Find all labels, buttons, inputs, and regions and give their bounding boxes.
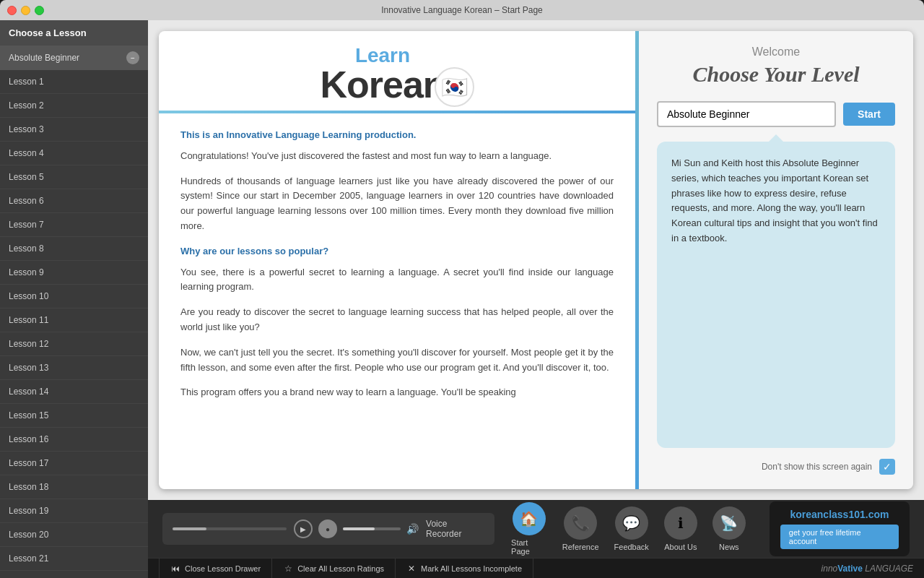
sidebar: Choose a Lesson Absolute Beginner − Less… [0,20,148,578]
news-label: News [719,543,739,551]
recorder-label: Voice Recorder [426,519,484,539]
clear-ratings-label: Clear All Lesson Ratings [297,564,384,573]
intro-bold: This is an Innovative Language Learning … [180,128,614,143]
maximize-button[interactable] [35,6,44,15]
close-button[interactable] [7,6,17,15]
level-select-dropdown[interactable]: Absolute BeginnerBeginnerIntermediateUpp… [657,101,836,127]
mark-all-button[interactable]: ✕ Mark All Lessons Incomplete [396,558,533,579]
sidebar-lesson-item[interactable]: Lesson 21 [0,547,148,571]
nav-icons: 🏠Start Page📞Reference💬FeedbackℹAbout Us📡… [505,499,751,559]
right-panel: Welcome Choose Your Level Absolute Begin… [639,31,913,489]
description-bubble: Mi Sun and Keith host this Absolute Begi… [657,142,895,448]
why-bold: Why are our lessons so popular? [180,244,614,259]
main-area: Learn Korean 🇰🇷 This is an Innovative La… [148,20,924,578]
start-button[interactable]: Start [843,103,895,126]
sidebar-lesson-item[interactable]: Lesson 3 [0,118,148,142]
sidebar-collapse-button[interactable]: − [126,51,139,64]
sidebar-lesson-item[interactable]: Lesson 11 [0,309,148,332]
korean-flag-icon: 🇰🇷 [435,67,474,107]
dont-show-row: Don't show this screen again ✓ [657,459,895,475]
sidebar-lesson-item[interactable]: Lesson 10 [0,285,148,309]
para3-2: Are you ready to discover the secret to … [180,305,614,335]
sidebar-lesson-item[interactable]: Lesson 19 [0,499,148,523]
sidebar-lesson-item[interactable]: Lesson 8 [0,237,148,261]
window-title: Innovative Language Korean – Start Page [381,5,543,15]
para4: Now, we can't just tell you the secret. … [180,345,614,376]
sidebar-lesson-item[interactable]: Lesson 1 [0,70,148,94]
start-page-icon: 🏠 [513,502,546,535]
sidebar-lesson-list: Lesson 1Lesson 2Lesson 3Lesson 4Lesson 5… [0,70,148,578]
sidebar-lesson-item[interactable]: Lesson 15 [0,404,148,428]
nav-icon-start-page[interactable]: 🏠Start Page [505,499,553,559]
sidebar-level-row: Absolute Beginner − [0,46,148,70]
voice-recorder: 🔊 Voice Recorder [162,513,494,545]
recorder-controls: 🔊 [294,519,419,538]
sidebar-lesson-item[interactable]: Lesson 14 [0,380,148,404]
sidebar-lesson-item[interactable]: Lesson 7 [0,213,148,237]
close-drawer-label: Close Lesson Drawer [185,564,261,573]
footer-brand: innoVative LANGUAGE [821,564,913,574]
footer-bar: ⏮ Close Lesson Drawer ☆ Clear All Lesson… [148,558,924,578]
content-panel: Learn Korean 🇰🇷 This is an Innovative La… [159,31,635,489]
sidebar-lesson-item[interactable]: Lesson 16 [0,428,148,452]
brand-cta[interactable]: get your free lifetime account [780,525,899,549]
nav-icon-feedback[interactable]: 💬Feedback [609,503,655,555]
reference-label: Reference [562,543,599,551]
brand-panel: koreanclass101.com get your free lifetim… [770,501,910,556]
sidebar-lesson-item[interactable]: Lesson 9 [0,261,148,285]
mark-icon: ✕ [406,564,417,574]
sidebar-lesson-item[interactable]: Lesson 6 [0,189,148,213]
para1: Congratulations! You've just discovered … [180,149,614,164]
content-wrapper: Learn Korean 🇰🇷 This is an Innovative La… [159,31,913,489]
sidebar-lesson-item[interactable]: Lesson 13 [0,356,148,380]
feedback-icon: 💬 [615,506,648,540]
brand-tld: .com [866,509,889,520]
sidebar-lesson-item[interactable]: Lesson 20 [0,523,148,547]
sidebar-level-label: Absolute Beginner [9,53,79,63]
nav-icon-reference[interactable]: 📞Reference [557,503,605,555]
about-us-label: About Us [664,543,697,551]
sidebar-lesson-item[interactable]: Lesson 22 [0,571,148,578]
sidebar-lesson-item[interactable]: Lesson 2 [0,94,148,118]
welcome-text: Welcome [657,46,895,59]
app-container: Choose a Lesson Absolute Beginner − Less… [0,20,924,578]
window-chrome: Innovative Language Korean – Start Page [0,0,924,20]
nav-icon-news[interactable]: 📡News [707,503,751,555]
logo-korean: Korean [320,66,445,103]
sidebar-lesson-item[interactable]: Lesson 18 [0,475,148,499]
about-us-icon: ℹ [664,506,697,540]
brand-name: koreanclass101.com [790,509,889,520]
sidebar-lesson-item[interactable]: Lesson 17 [0,452,148,475]
news-icon: 📡 [712,506,746,540]
dont-show-checkbox[interactable]: ✓ [879,459,895,475]
minimize-button[interactable] [21,6,30,15]
close-lesson-drawer-button[interactable]: ⏮ Close Lesson Drawer [159,558,272,579]
para2: Hundreds of thousands of language learne… [180,174,614,234]
sidebar-lesson-item[interactable]: Lesson 4 [0,142,148,165]
sidebar-lesson-item[interactable]: Lesson 5 [0,165,148,189]
para5: This program offers you a brand new way … [180,385,614,400]
footer-brand-highlight: Vative [837,564,863,574]
brand-plain: korean [790,509,823,520]
logo-area: Learn Korean 🇰🇷 [159,31,635,111]
reference-icon: 📞 [564,506,597,540]
record-button[interactable] [318,519,337,538]
close-drawer-icon: ⏮ [170,564,180,574]
lesson-ratings-button[interactable]: ☆ Clear All Lesson Ratings [272,558,396,579]
sidebar-lesson-item[interactable]: Lesson 12 [0,332,148,356]
star-icon: ☆ [283,564,293,574]
sidebar-header: Choose a Lesson [0,20,148,46]
mark-all-label: Mark All Lessons Incomplete [421,564,522,573]
volume-slider[interactable] [343,527,401,530]
nav-icon-about-us[interactable]: ℹAbout Us [658,503,703,555]
text-content: This is an Innovative Language Learning … [159,113,635,489]
brand-highlight: class101 [823,509,865,520]
logo-learn: Learn [355,46,410,66]
para3-1: You see, there is a powerful secret to l… [180,265,614,296]
start-page-label: Start Page [511,538,547,556]
choose-level-heading: Choose Your Level [657,62,895,87]
description-text: Mi Sun and Keith host this Absolute Begi… [671,156,881,246]
feedback-label: Feedback [614,543,649,551]
play-button[interactable] [294,519,313,538]
level-select-row: Absolute BeginnerBeginnerIntermediateUpp… [657,101,895,127]
